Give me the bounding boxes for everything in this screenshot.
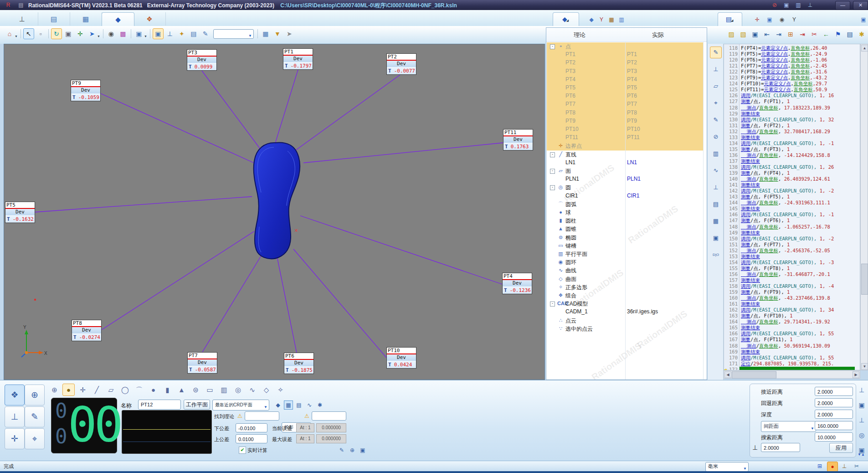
spacing-input[interactable]: 160.0000 [815, 421, 853, 430]
tab-report[interactable]: ▦ [70, 12, 102, 26]
checklist-icon[interactable]: ▣ [358, 446, 367, 455]
monitor-cube-icon[interactable]: ▣ [857, 399, 867, 411]
alignment-icon[interactable]: ✛ [75, 28, 86, 39]
point-icon[interactable]: ● [62, 384, 75, 396]
new-doc-icon[interactable]: ▤ [844, 29, 855, 40]
torus-icon[interactable]: ◎ [232, 384, 244, 396]
probe-monitor-icon[interactable]: ⊥ [806, 1, 815, 9]
line-icon[interactable]: ╱ [91, 384, 103, 396]
probe-status-icon[interactable]: ⊥ [839, 462, 849, 471]
expander-icon[interactable]: - [550, 152, 555, 157]
tree-item-曲面[interactable]: ◇曲面 [546, 275, 707, 283]
pin-edit-icon[interactable]: ✎ [710, 47, 722, 58]
dmis-code-editor[interactable]: 118F(PT4)=元素定义/点,直角坐标,26.40119F(PT5)=元素定… [724, 44, 860, 370]
retract-input[interactable]: 2.0000 [815, 398, 853, 407]
code-window-icon[interactable]: ▣ [765, 16, 774, 24]
tree-item-pt11[interactable]: PT11PT11 [546, 134, 707, 142]
plane-icon[interactable]: ▱ [710, 80, 722, 92]
palette-icon[interactable]: ▩ [118, 28, 128, 39]
code-horizontal-scrollbar[interactable]: ◀ ▶ [724, 370, 860, 379]
tab-code-view[interactable]: ▤◢ [718, 12, 742, 26]
tree-item-cadm1[interactable]: CADM_136r#.iges.igs [546, 308, 707, 316]
ellipse-icon[interactable]: ⊜ [190, 384, 202, 396]
tree-grid-icon[interactable]: ▦ [607, 16, 616, 24]
insert-line-icon[interactable]: ⇥ [797, 29, 808, 40]
updown-icons[interactable]: ▼▲ [858, 452, 865, 457]
tree-item-圆锥[interactable]: ▲圆锥 [546, 225, 707, 233]
tree-item-pt1[interactable]: PT1PT1 [546, 51, 707, 59]
open-add-icon[interactable]: ▧ [738, 29, 749, 40]
tree-item-平行平面[interactable]: ▥平行平面 [546, 250, 707, 258]
link-icon[interactable]: ⊕ [348, 446, 357, 455]
monitor-icon[interactable]: ▣ [710, 232, 722, 244]
tab-program[interactable]: ▤ [38, 12, 70, 26]
window-list-icon[interactable]: ▣ [782, 1, 791, 9]
deviation-label-pt4[interactable]: PT4DevT-0.1236 [502, 273, 532, 294]
edit-note-icon[interactable]: ✎ [337, 446, 346, 455]
corner-window-icon[interactable]: ▣ [859, 16, 868, 24]
tree-item-cad模型[interactable]: -CADCAD模型 [546, 300, 707, 308]
deviation-label-pt5[interactable]: PT5DevT-0.1632 [5, 202, 35, 223]
report-window-icon[interactable]: ▤ [188, 28, 199, 39]
indent-icon[interactable]: ⇥ [773, 29, 784, 40]
label-window-icon[interactable]: ▣ [153, 28, 164, 39]
tree-item-pt10[interactable]: PT10PT10 [546, 125, 707, 134]
dio-icon[interactable]: D|O [710, 249, 722, 261]
deviation-label-pt1[interactable]: PT1DevT-0.1797 [283, 48, 313, 70]
vertical-scroll-thumb[interactable] [861, 264, 868, 295]
deviation-label-pt8[interactable]: PT8DevT-0.0274 [72, 320, 102, 341]
quick-combo[interactable]: ▼ [213, 29, 254, 39]
deviation-label-pt6[interactable]: PT6DevT-0.1875 [284, 353, 314, 374]
tree-item-椭圆[interactable]: ⊜椭圆 [546, 234, 707, 242]
probe-pointer-icon[interactable]: ➤ [87, 28, 98, 39]
window-table-icon[interactable]: ▥ [794, 1, 803, 9]
scroll-right-icon[interactable]: ▶ [853, 371, 859, 378]
plane-icon[interactable]: ▱ [105, 384, 117, 396]
probe-icon[interactable]: ⊥ [710, 63, 722, 75]
tree-item-pt6[interactable]: PT6PT6 [546, 92, 707, 100]
workplane-button[interactable]: 工作平面 [184, 400, 210, 410]
deviation-label-pt9[interactable]: PT9DevT-0.1059 [71, 80, 101, 101]
dropdown-caret-icon[interactable]: ▼ [97, 35, 100, 38]
curve-icon[interactable]: ∿ [710, 165, 722, 177]
edit-tools-button[interactable]: ✎ [25, 406, 45, 427]
search-icon[interactable]: ◎ [857, 429, 867, 441]
expander-icon[interactable]: - [550, 44, 555, 49]
no-entry-icon[interactable]: ⊘ [710, 131, 722, 143]
small-box-icon[interactable]: ▫ [35, 28, 46, 39]
curve-view-icon[interactable]: ∿ [305, 400, 314, 410]
tree-item-pt5[interactable]: PT5PT5 [546, 84, 707, 92]
tree-item-pt7[interactable]: PT7PT7 [546, 100, 707, 109]
units-combo[interactable]: 毫米▼ [705, 462, 749, 472]
save-icon[interactable]: ▣ [750, 29, 760, 40]
probe-stop-icon[interactable]: ⊘ [770, 1, 779, 9]
pencil-icon[interactable]: ✎ [710, 114, 722, 126]
scroll-up-icon[interactable]: ▲ [861, 45, 868, 52]
window-icon[interactable]: ▣ [134, 28, 144, 39]
polygon-icon[interactable]: ✧ [274, 384, 287, 396]
expander-icon[interactable]: - [550, 185, 555, 190]
tree-item-键槽[interactable]: ▭键槽 [546, 242, 707, 250]
boundary-point-icon[interactable]: ✛ [77, 384, 89, 396]
crd-plane-combo[interactable]: 最靠近的CRD平面▼ [212, 400, 269, 411]
outdent-icon[interactable]: ⇤ [761, 29, 772, 40]
approach-input[interactable]: 2.0000 [815, 387, 853, 396]
edit-window-icon[interactable]: ✎ [200, 28, 211, 39]
depth-input[interactable]: 2.0000 [815, 410, 853, 419]
coordinate-icon[interactable]: ⊞ [815, 462, 825, 471]
tree-item-pt2[interactable]: PT2PT2 [546, 59, 707, 67]
tab-tree-view[interactable]: ◆◢ [553, 12, 579, 26]
open-file-icon[interactable]: ▨ [726, 29, 737, 40]
import-icon[interactable]: ← [821, 29, 832, 40]
flag-icon[interactable]: ⚑ [832, 29, 843, 40]
tree-item-正多边形[interactable]: ✧正多边形 [546, 283, 707, 291]
marquee-select-icon[interactable]: ▣ [63, 28, 74, 39]
probe-config-button[interactable]: ⊥ [5, 406, 25, 427]
realtime-checkbox[interactable]: ✔ [239, 447, 246, 454]
pan-hand-icon[interactable]: ⊞ [785, 29, 796, 40]
surface-icon[interactable]: ◇ [260, 384, 272, 396]
tab-view[interactable]: ◆ [102, 12, 134, 26]
cube-view-icon[interactable]: ◆ [273, 400, 282, 410]
code-axis-icon[interactable]: ✛ [753, 16, 762, 24]
upper-tol-input[interactable]: 0.0100 [236, 434, 267, 443]
